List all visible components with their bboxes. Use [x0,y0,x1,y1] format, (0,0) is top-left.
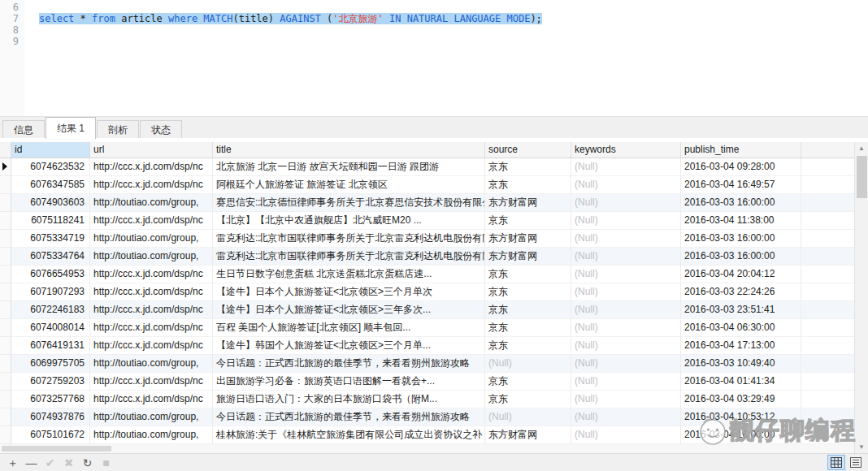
table-row[interactable]: 6075101672http://toutiao.com/group,桂林旅游:… [0,426,854,444]
row-gutter-cell[interactable] [0,194,11,212]
row-gutter-cell[interactable] [0,426,11,444]
table-row[interactable]: 6075334764http://toutiao.com/group,雷克利达:… [0,248,854,266]
table-row[interactable]: 6075118241http://ccc.x.jd.com/dsp/nc【北京】… [0,212,854,230]
column-header-title[interactable]: title [213,142,485,158]
row-gutter-cell[interactable] [0,158,11,176]
scroll-down-icon[interactable]: ▼ [855,441,868,453]
cell-keywords[interactable]: (Null) [571,194,681,212]
cell-keywords[interactable]: (Null) [571,248,681,266]
cell-source[interactable]: 东方财富网 [485,426,571,444]
cell-source[interactable]: 京东 [485,158,571,176]
row-gutter-cell[interactable] [0,248,11,266]
cell-keywords[interactable]: (Null) [571,408,681,426]
cell-publish_time[interactable]: 2016-03-03 16:00:00 [681,248,801,266]
sql-editor[interactable]: 6789 select * from article where MATCH(t… [0,0,868,116]
cell-title[interactable]: 【北京】【北京中农通旗舰店】北汽威旺M20 ... [213,212,485,230]
cell-source[interactable]: 京东 [485,266,571,283]
vertical-scrollbar[interactable]: ▲ ▼ [854,142,868,453]
cell-publish_time[interactable]: 2016-03-03 16:00:00 [681,194,801,212]
form-view-toggle[interactable] [847,455,865,470]
cell-url[interactable]: http://ccc.x.jd.com/dsp/nc [90,266,213,283]
table-row[interactable]: 6069975705http://toutiao.com/group,今日话题：… [0,355,854,373]
row-gutter-cell[interactable] [0,176,11,194]
cell-source[interactable]: 京东 [485,212,571,230]
table-row[interactable]: 6074623532http://ccc.x.jd.com/dsp/nc北京旅游… [0,158,854,176]
cell-url[interactable]: http://ccc.x.jd.com/dsp/nc [90,301,213,319]
cell-keywords[interactable]: (Null) [571,283,681,301]
cell-id[interactable]: 6072759203 [11,373,90,391]
column-header-keywords[interactable]: keywords [571,142,681,158]
row-gutter-cell[interactable] [0,408,11,426]
cell-title[interactable]: 阿根廷个人旅游签证 旅游签证 北京领区 [213,176,485,194]
cell-url[interactable]: http://toutiao.com/group, [90,408,213,426]
cell-id[interactable]: 6074008014 [11,319,90,337]
cell-url[interactable]: http://toutiao.com/group, [90,194,213,212]
cell-publish_time[interactable]: 2016-03-04 06:30:00 [681,319,801,337]
cell-url[interactable]: http://ccc.x.jd.com/dsp/nc [90,373,213,391]
cell-title[interactable]: 雷克利达:北京市国联律师事务所关于北京雷克利达机电股份有限 [213,230,485,248]
cell-source[interactable]: 京东 [485,373,571,391]
cell-source[interactable]: 京东 [485,319,571,337]
cell-title[interactable]: 【途牛】日本个人旅游签证<北京领区>三年多次... [213,301,485,319]
tab-信息[interactable]: 信息 [2,120,45,139]
cell-id[interactable]: 6074937876 [11,408,90,426]
cell-url[interactable]: http://ccc.x.jd.com/dsp/nc [90,212,213,230]
column-header-publish_time[interactable]: publish_time [681,142,801,158]
cell-id[interactable]: 6071907293 [11,283,90,301]
grid-view-toggle[interactable] [827,455,845,470]
cell-publish_time[interactable]: 2016-03-04 11:38:00 [681,212,801,230]
column-header-source[interactable]: source [485,142,571,158]
cell-id[interactable]: 6076347585 [11,176,90,194]
cell-publish_time[interactable]: 2016-03-04 01:41:34 [681,373,801,391]
cell-id[interactable]: 6072246183 [11,301,90,319]
cell-publish_time[interactable]: 2016-03-04 16:00:00 [681,426,801,444]
row-gutter-cell[interactable] [0,266,11,283]
cell-id[interactable]: 6074623532 [11,158,90,176]
cell-title[interactable]: 百程 美国个人旅游签证[北京领区] 顺丰包回... [213,319,485,337]
cell-url[interactable]: http://ccc.x.jd.com/dsp/nc [90,176,213,194]
cell-keywords[interactable]: (Null) [571,337,681,355]
cell-id[interactable]: 6075334719 [11,230,90,248]
cell-title[interactable]: 出国旅游学习必备：旅游英语口语图解一看就会+... [213,373,485,391]
cell-publish_time[interactable]: 2016-03-04 20:04:12 [681,266,801,283]
cell-keywords[interactable]: (Null) [571,373,681,391]
cell-title[interactable]: 北京旅游 北京一日游 故宫天坛颐和园一日游 跟团游 [213,158,485,176]
cell-title[interactable]: 【途牛】韩国个人旅游签证<北京领区>三个月单... [213,337,485,355]
cell-source[interactable]: 京东 [485,176,571,194]
cell-publish_time[interactable]: 2016-03-04 17:13:00 [681,337,801,355]
cell-source[interactable]: 京东 [485,391,571,408]
cell-url[interactable]: http://ccc.x.jd.com/dsp/nc [90,337,213,355]
cell-publish_time[interactable]: 2016-03-04 16:49:57 [681,176,801,194]
cell-keywords[interactable]: (Null) [571,266,681,283]
cell-id[interactable]: 6075101672 [11,426,90,444]
row-gutter-cell[interactable] [0,337,11,355]
delete-record-button[interactable]: — [22,455,41,471]
cell-source[interactable]: (Null) [485,408,571,426]
cell-url[interactable]: http://toutiao.com/group, [90,230,213,248]
cell-title[interactable]: 今日话题：正式西北旅游的最佳季节，来看看朔州旅游攻略 [213,408,485,426]
cell-url[interactable]: http://toutiao.com/group, [90,355,213,373]
cell-url[interactable]: http://ccc.x.jd.com/dsp/nc [90,391,213,408]
table-row[interactable]: 6074903603http://toutiao.com/group,赛思信安:… [0,194,854,212]
cell-keywords[interactable]: (Null) [571,319,681,337]
row-gutter-cell[interactable] [0,212,11,230]
column-header-id[interactable]: id [11,142,90,158]
table-row[interactable]: 6075334719http://toutiao.com/group,雷克利达:… [0,230,854,248]
cell-source[interactable]: 京东 [485,337,571,355]
horizontal-scrollbar[interactable] [0,444,854,453]
row-gutter-cell[interactable] [0,391,11,408]
row-gutter-cell[interactable] [0,301,11,319]
cell-source[interactable]: 东方财富网 [485,230,571,248]
cell-keywords[interactable]: (Null) [571,426,681,444]
tab-结果-1[interactable]: 结果 1 [46,117,96,139]
cell-source[interactable]: (Null) [485,355,571,373]
row-gutter-cell[interactable] [0,230,11,248]
horizontal-scrollbar-thumb[interactable] [2,446,111,452]
cell-title[interactable]: 今日话题：正式西北旅游的最佳季节，来看看朔州旅游攻略 [213,355,485,373]
cell-publish_time[interactable]: 2016-03-03 10:49:40 [681,355,801,373]
scroll-up-icon[interactable]: ▲ [855,142,868,154]
table-row[interactable]: 6076419131http://ccc.x.jd.com/dsp/nc【途牛】… [0,337,854,355]
table-row[interactable]: 6072246183http://ccc.x.jd.com/dsp/nc【途牛】… [0,301,854,319]
table-row[interactable]: 6073257768http://ccc.x.jd.com/dsp/nc旅游日语… [0,391,854,408]
cell-publish_time[interactable]: 2016-03-03 16:00:00 [681,230,801,248]
